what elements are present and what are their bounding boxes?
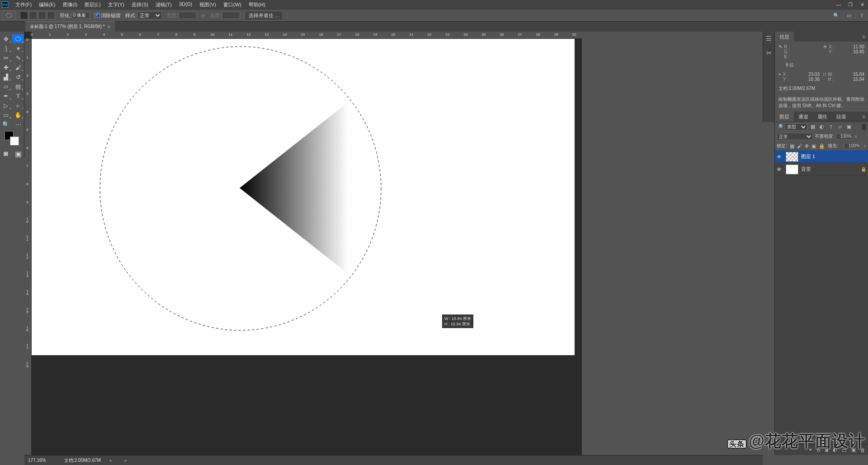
screen-mode-icon[interactable]: ▣: [12, 150, 24, 158]
type-tool-icon[interactable]: T: [12, 91, 24, 100]
selection-new-icon[interactable]: [20, 11, 28, 19]
visibility-icon[interactable]: 👁: [777, 154, 783, 160]
doc-info[interactable]: 文档:2.00M/2.67M: [64, 457, 101, 464]
ruler-horizontal[interactable]: 0123456789101112131415161718192021222324…: [32, 32, 582, 39]
hand-tool-icon[interactable]: ✋: [12, 110, 24, 119]
filter-adjust-icon[interactable]: ◐: [818, 123, 826, 131]
healing-tool-icon[interactable]: ✚: [0, 63, 12, 72]
lock-artboard-icon[interactable]: ▣: [811, 143, 816, 149]
color-swatches[interactable]: [3, 131, 21, 147]
shape-tool-icon[interactable]: ▭: [0, 110, 12, 119]
selection-subtract-icon[interactable]: [38, 11, 46, 19]
menu-item[interactable]: 文字(Y): [104, 1, 128, 8]
history-panel-icon[interactable]: ☰: [765, 34, 773, 42]
quick-mask-icon[interactable]: ◙: [0, 150, 12, 158]
path-select-tool-icon[interactable]: ▷: [0, 101, 12, 110]
history-brush-tool-icon[interactable]: ↺: [12, 72, 24, 81]
menu-item[interactable]: 编辑(E): [35, 1, 59, 8]
search-icon[interactable]: 🔍: [833, 12, 840, 19]
menu-item[interactable]: 选择(S): [128, 1, 152, 8]
layer-thumb[interactable]: [786, 164, 798, 174]
move-tool-icon[interactable]: ✥: [0, 34, 12, 43]
filter-search-icon[interactable]: 🔎: [777, 124, 783, 130]
menu-item[interactable]: 帮助(H): [245, 1, 269, 8]
tab-close-icon[interactable]: ×: [108, 24, 110, 29]
lock-all-icon[interactable]: 🔒: [819, 143, 825, 149]
canvas-area: 0123456789101112131415161718192021222324…: [24, 32, 582, 455]
group-icon[interactable]: 🗀: [842, 447, 847, 453]
fill-input[interactable]: 100%: [844, 143, 861, 149]
adjustment-layer-icon[interactable]: ◐: [833, 447, 837, 453]
paragraph-tab[interactable]: 段落: [832, 112, 851, 122]
status-left-icon[interactable]: ◂: [124, 458, 126, 463]
link-layers-icon[interactable]: ⚭: [808, 447, 812, 453]
tool-box: ✥ ⟆ ✶ ✂ ✎ ✚ 🖌 ▟ ↺ ▱ ▤ ✒ T ▷ ▹ ▭ ✋ 🔍 ⋯ ◙ …: [0, 32, 24, 158]
properties-tab[interactable]: 属性: [813, 112, 832, 122]
antialias-checkbox[interactable]: [94, 13, 100, 18]
workspace-icon[interactable]: ▭: [845, 12, 853, 19]
share-icon[interactable]: ⇪: [858, 12, 865, 19]
doc-info-arrow-icon[interactable]: ▸: [110, 458, 112, 463]
selection-intersect-icon[interactable]: [47, 11, 55, 19]
panel-menu-icon[interactable]: ≡: [860, 34, 868, 39]
filter-type-icon[interactable]: T: [827, 123, 835, 131]
layer-mask-icon[interactable]: ◙: [825, 447, 828, 453]
menu-item[interactable]: 图层(L): [81, 1, 104, 8]
menu-item[interactable]: 滤镜(T): [152, 1, 175, 8]
layer-fx-icon[interactable]: fx: [817, 447, 821, 453]
style-select[interactable]: 正常: [137, 11, 162, 19]
delete-layer-icon[interactable]: 🗑: [860, 447, 865, 453]
marquee-tool-icon[interactable]: [12, 34, 24, 43]
blend-mode-select[interactable]: 正常: [777, 133, 813, 140]
crop-tool-icon[interactable]: ✂: [0, 53, 12, 62]
background-color[interactable]: [10, 136, 19, 146]
gradient-tool-icon[interactable]: ▤: [12, 82, 24, 91]
filter-type-select[interactable]: 类型: [785, 123, 807, 131]
lock-pos-icon[interactable]: ✥: [805, 143, 809, 149]
fill-label: 填充:: [828, 143, 838, 149]
adjust-panel-icon[interactable]: ✂: [765, 49, 773, 57]
lock-image-icon[interactable]: 🖌: [797, 143, 802, 149]
brush-tool-icon[interactable]: 🖌: [12, 63, 24, 72]
zoom-tool-icon[interactable]: 🔍: [0, 120, 12, 129]
document-tab[interactable]: 未标题-1 @ 177% (图层 1, RGB/8#) * ×: [25, 21, 115, 32]
direct-select-tool-icon[interactable]: ▹: [12, 101, 24, 110]
eraser-tool-icon[interactable]: ▱: [0, 82, 12, 91]
layers-panel-menu-icon[interactable]: ≡: [860, 114, 868, 119]
lock-trans-icon[interactable]: ▦: [790, 143, 794, 149]
selection-add-icon[interactable]: [29, 11, 37, 19]
menu-item[interactable]: 图像(I): [59, 1, 81, 8]
info-tab[interactable]: 信息: [775, 32, 794, 42]
eyedropper-tool-icon[interactable]: ✎: [12, 53, 24, 62]
close-window-button[interactable]: ✕: [856, 0, 868, 9]
filter-pixel-icon[interactable]: ▦: [809, 123, 816, 131]
maximize-button[interactable]: ❐: [844, 0, 856, 9]
select-and-mask-button[interactable]: 选择并遮住 ...: [245, 11, 283, 20]
pen-tool-icon[interactable]: ✒: [0, 91, 12, 100]
layer-row[interactable]: 👁 图层 1: [775, 150, 868, 163]
menu-item[interactable]: 视图(V): [196, 1, 220, 8]
new-layer-icon[interactable]: ▣: [851, 447, 856, 453]
lasso-tool-icon[interactable]: ⟆: [0, 44, 12, 53]
visibility-icon[interactable]: 👁: [777, 167, 783, 172]
menu-item[interactable]: 3D(D): [175, 1, 196, 8]
layer-thumb[interactable]: [786, 152, 798, 162]
filter-smart-icon[interactable]: ▣: [845, 123, 853, 131]
menu-item[interactable]: 文件(F): [12, 1, 35, 8]
tool-preset-dropdown[interactable]: [3, 11, 15, 20]
feather-input[interactable]: [72, 12, 90, 19]
filter-switch[interactable]: [862, 124, 866, 130]
stamp-tool-icon[interactable]: ▟: [0, 72, 12, 81]
filter-shape-icon[interactable]: ▱: [836, 123, 844, 131]
zoom-display[interactable]: 177.16%: [28, 458, 55, 463]
minimize-button[interactable]: —: [833, 0, 844, 9]
channels-tab[interactable]: 通道: [794, 112, 813, 122]
edit-toolbar-icon[interactable]: ⋯: [12, 120, 24, 129]
menu-item[interactable]: 窗口(W): [220, 1, 245, 8]
layer-row[interactable]: 👁 背景 🔒: [775, 163, 868, 176]
opacity-input[interactable]: 100%: [836, 133, 853, 140]
quick-select-tool-icon[interactable]: ✶: [12, 44, 24, 53]
canvas[interactable]: W : 15.84 厘米 H : 15.84 厘米: [32, 39, 575, 355]
layers-tab[interactable]: 图层: [775, 112, 794, 122]
ruler-vertical[interactable]: 0123456789101112131415161718: [24, 39, 32, 455]
